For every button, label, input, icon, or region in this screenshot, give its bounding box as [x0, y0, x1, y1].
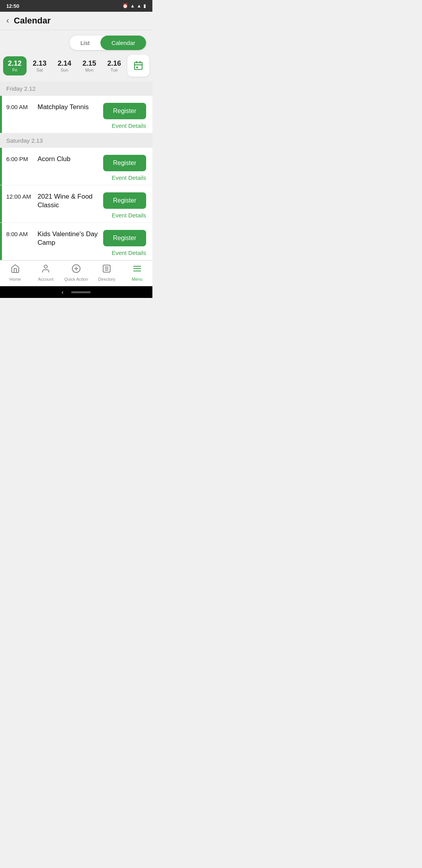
date-day-3: Mon — [85, 68, 93, 72]
event-time: 6:00 PM — [6, 155, 38, 162]
header: ‹ Calendar — [0, 12, 152, 30]
date-num-2: 2.14 — [57, 59, 71, 68]
date-num-4: 2.16 — [107, 59, 121, 68]
svg-rect-4 — [136, 66, 138, 68]
events-scroll-area[interactable]: Friday 2.12 9:00 AM Matchplay Tennis Reg… — [0, 81, 152, 260]
status-time: 12:50 — [6, 3, 19, 9]
date-item-2[interactable]: 2.14 Sun — [53, 56, 76, 75]
svg-rect-0 — [134, 62, 142, 69]
event-details-link[interactable]: Event Details — [112, 174, 146, 181]
date-day-1: Sat — [36, 68, 43, 72]
event-row: 9:00 AM Matchplay Tennis Register Event … — [0, 96, 152, 133]
date-num-3: 2.15 — [82, 59, 96, 68]
battery-icon: ▮ — [143, 3, 146, 9]
event-details-link[interactable]: Event Details — [112, 249, 146, 256]
system-bottom-bar: ‹ — [0, 286, 152, 298]
register-button[interactable]: Register — [103, 103, 146, 119]
date-day-0: Fri — [12, 68, 17, 72]
nav-label-quick-action: Quick Action — [64, 277, 88, 282]
menu-icon — [132, 264, 142, 276]
date-item-3[interactable]: 2.15 Mon — [78, 56, 101, 75]
main-content: Friday 2.12 9:00 AM Matchplay Tennis Reg… — [0, 81, 152, 260]
view-toggle-group: List Calendar — [70, 36, 146, 50]
event-time: 12:00 AM — [6, 192, 38, 200]
event-details-link[interactable]: Event Details — [112, 212, 146, 219]
back-chevron-icon[interactable]: ‹ — [62, 289, 64, 295]
home-icon — [11, 264, 20, 276]
nav-label-home: Home — [9, 277, 21, 282]
list-icon — [102, 264, 111, 276]
nav-item-quick-action[interactable]: Quick Action — [61, 264, 91, 282]
calendar-toggle-button[interactable]: Calendar — [100, 36, 146, 50]
register-button[interactable]: Register — [103, 230, 146, 246]
event-time: 9:00 AM — [6, 103, 38, 110]
bottom-nav: Home Account Quick Action — [0, 260, 152, 286]
event-row: 8:00 AM Kids Valentine's Day Camp Regist… — [0, 223, 152, 260]
event-actions: Register Event Details — [103, 230, 146, 256]
person-icon — [41, 264, 50, 276]
nav-item-account[interactable]: Account — [30, 264, 61, 282]
view-toggle-row: List Calendar — [0, 30, 152, 53]
status-icons: ⏰ ▲ ▲ ▮ — [122, 3, 146, 9]
event-name: Kids Valentine's Day Camp — [38, 230, 99, 247]
list-toggle-button[interactable]: List — [70, 36, 100, 50]
date-num-1: 2.13 — [33, 59, 46, 68]
event-name: 2021 Wine & Food Classic — [38, 192, 99, 210]
nav-item-directory[interactable]: Directory — [91, 264, 122, 282]
alarm-icon: ⏰ — [122, 3, 128, 9]
date-item-4[interactable]: 2.16 Tue — [102, 56, 126, 75]
date-day-2: Sun — [61, 68, 68, 72]
nav-label-menu: Menu — [132, 277, 143, 282]
nav-label-account: Account — [38, 277, 54, 282]
svg-point-5 — [44, 265, 47, 268]
date-day-4: Tue — [111, 68, 118, 72]
section-header-friday: Friday 2.12 — [0, 81, 152, 96]
register-button[interactable]: Register — [103, 192, 146, 209]
event-row: 12:00 AM 2021 Wine & Food Classic Regist… — [0, 185, 152, 223]
event-time: 8:00 AM — [6, 230, 38, 237]
calendar-picker-button[interactable] — [127, 55, 149, 77]
event-actions: Register Event Details — [103, 192, 146, 219]
event-actions: Register Event Details — [103, 103, 146, 129]
nav-label-directory: Directory — [98, 277, 115, 282]
home-pill[interactable] — [71, 291, 91, 293]
date-item-1[interactable]: 2.13 Sat — [28, 56, 52, 75]
back-button[interactable]: ‹ — [6, 16, 9, 26]
status-bar: 12:50 ⏰ ▲ ▲ ▮ — [0, 0, 152, 12]
event-name: Acorn Club — [38, 155, 99, 163]
signal-icon: ▲ — [137, 3, 141, 9]
nav-item-home[interactable]: Home — [0, 264, 30, 282]
event-row: 6:00 PM Acorn Club Register Event Detail… — [0, 148, 152, 185]
page-title: Calendar — [14, 16, 50, 26]
section-header-saturday: Saturday 2.13 — [0, 133, 152, 148]
event-actions: Register Event Details — [103, 155, 146, 181]
register-button[interactable]: Register — [103, 155, 146, 171]
nav-item-menu[interactable]: Menu — [122, 264, 152, 282]
wifi-icon: ▲ — [130, 3, 135, 9]
event-details-link[interactable]: Event Details — [112, 122, 146, 129]
event-name: Matchplay Tennis — [38, 103, 99, 111]
date-strip: 2.12 Fri 2.13 Sat 2.14 Sun 2.15 Mon 2.16… — [0, 53, 152, 81]
date-item-0[interactable]: 2.12 Fri — [3, 56, 27, 75]
add-circle-icon — [72, 264, 81, 276]
date-num-0: 2.12 — [8, 59, 21, 68]
